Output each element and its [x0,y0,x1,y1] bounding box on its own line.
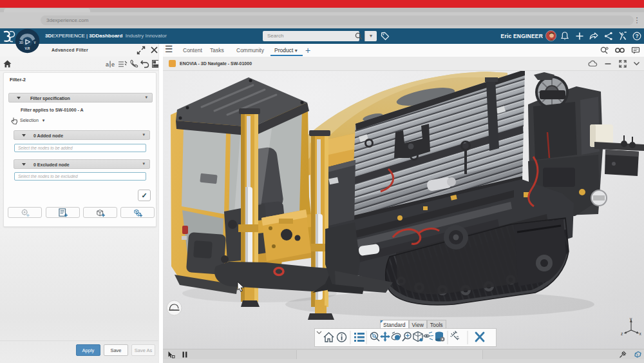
svg-text:?: ? [635,33,638,39]
svg-text:x: x [639,331,642,336]
svg-text:...: ... [171,307,174,310]
svg-text:a: a [106,61,109,68]
svg-text:3D: 3D [19,41,24,44]
svg-text:e: e [111,61,115,68]
svg-text:V.R: V.R [25,46,30,50]
svg-text:z: z [621,331,623,336]
svg-text:y: y [630,317,632,322]
